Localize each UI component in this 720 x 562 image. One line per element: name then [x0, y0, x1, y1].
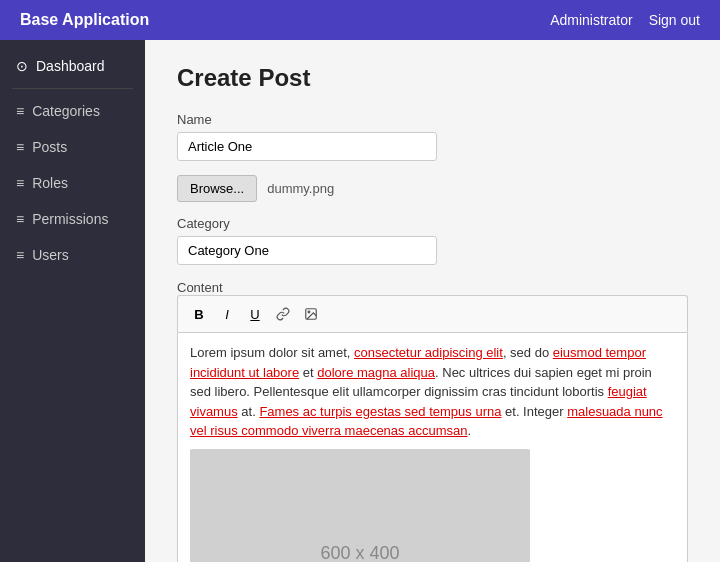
topnav-right: Administrator Sign out: [550, 12, 700, 28]
name-label: Name: [177, 112, 688, 127]
editor-toolbar: B I U: [177, 295, 688, 332]
image-button[interactable]: [298, 301, 324, 327]
sidebar-item-posts[interactable]: ≡ Posts: [0, 129, 145, 165]
editor-paragraph-1: Lorem ipsum dolor sit amet, consectetur …: [190, 343, 675, 441]
sidebar-item-label: Posts: [32, 139, 67, 155]
svg-point-1: [308, 311, 310, 313]
category-group: Category: [177, 216, 688, 265]
permissions-icon: ≡: [16, 211, 24, 227]
sidebar-item-label: Roles: [32, 175, 68, 191]
sidebar-item-dashboard[interactable]: ⊙ Dashboard: [0, 48, 145, 84]
file-upload-area: Browse... dummy.png: [177, 175, 688, 202]
link-button[interactable]: [270, 301, 296, 327]
app-brand: Base Application: [20, 11, 149, 29]
admin-label: Administrator: [550, 12, 632, 28]
category-input[interactable]: [177, 236, 437, 265]
placeholder-image-label: 600 x 400: [320, 543, 399, 562]
placeholder-image: 600 x 400: [190, 449, 530, 563]
italic-button[interactable]: I: [214, 301, 240, 327]
sidebar-item-label: Permissions: [32, 211, 108, 227]
signout-link[interactable]: Sign out: [649, 12, 700, 28]
link-icon: [276, 307, 290, 321]
main-content: Create Post Name Browse... dummy.png Cat…: [145, 40, 720, 562]
sidebar-item-label: Users: [32, 247, 69, 263]
sidebar-item-label: Categories: [32, 103, 100, 119]
body-layout: ⊙ Dashboard ≡ Categories ≡ Posts ≡ Roles…: [0, 40, 720, 562]
sidebar-item-permissions[interactable]: ≡ Permissions: [0, 201, 145, 237]
name-input[interactable]: [177, 132, 437, 161]
content-group: Content B I U: [177, 279, 688, 562]
sidebar-divider: [12, 88, 133, 89]
underline-button[interactable]: U: [242, 301, 268, 327]
editor-content[interactable]: Lorem ipsum dolor sit amet, consectetur …: [177, 332, 688, 562]
content-label: Content: [177, 280, 223, 295]
bold-button[interactable]: B: [186, 301, 212, 327]
sidebar-item-roles[interactable]: ≡ Roles: [0, 165, 145, 201]
users-icon: ≡: [16, 247, 24, 263]
top-navigation: Base Application Administrator Sign out: [0, 0, 720, 40]
browse-button[interactable]: Browse...: [177, 175, 257, 202]
sidebar-item-label: Dashboard: [36, 58, 105, 74]
file-name-display: dummy.png: [267, 181, 334, 196]
page-title: Create Post: [177, 64, 688, 92]
sidebar: ⊙ Dashboard ≡ Categories ≡ Posts ≡ Roles…: [0, 40, 145, 562]
sidebar-item-users[interactable]: ≡ Users: [0, 237, 145, 273]
image-icon: [304, 307, 318, 321]
name-group: Name: [177, 112, 688, 161]
category-label: Category: [177, 216, 688, 231]
sidebar-item-categories[interactable]: ≡ Categories: [0, 93, 145, 129]
roles-icon: ≡: [16, 175, 24, 191]
categories-icon: ≡: [16, 103, 24, 119]
posts-icon: ≡: [16, 139, 24, 155]
dashboard-icon: ⊙: [16, 58, 28, 74]
